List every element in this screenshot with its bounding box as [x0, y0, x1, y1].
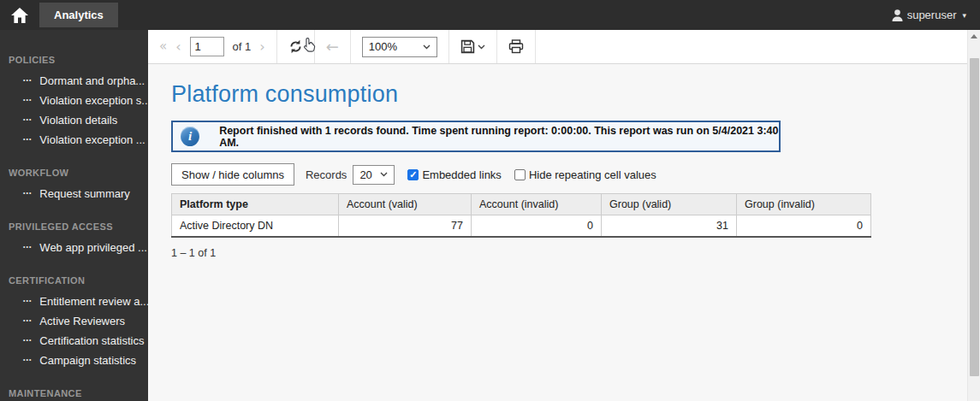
sidebar-item-label: Entitlement review a...: [39, 295, 148, 308]
sidebar-item-label: Web app privileged ...: [39, 241, 147, 254]
menu-dots-icon: •••: [23, 190, 32, 196]
chevron-down-icon: [380, 172, 388, 177]
next-page-button[interactable]: ›: [259, 40, 264, 54]
back-button[interactable]: ←: [326, 39, 339, 55]
chevron-down-icon: [478, 44, 485, 50]
save-button[interactable]: [460, 39, 485, 54]
menu-dots-icon: •••: [23, 97, 32, 103]
cell-group-valid: 31: [602, 215, 737, 238]
sidebar-item-web-app-privileged[interactable]: ••• Web app privileged ...: [0, 238, 148, 257]
cell-account-valid: 77: [339, 215, 472, 238]
user-icon: [892, 9, 903, 21]
sidebar-section-workflow: WORKFLOW ••• Request summary: [0, 162, 148, 203]
info-icon: i: [181, 127, 199, 146]
home-button[interactable]: [0, 0, 39, 30]
refresh-button[interactable]: [288, 39, 303, 54]
section-title-privileged-access: PRIVILEGED ACCESS: [0, 216, 148, 238]
sidebar-section-maintenance: MAINTENANCE ••• Platform consumpt...: [0, 383, 148, 401]
home-icon: [11, 8, 28, 23]
show-hide-columns-button[interactable]: Show / hide columns: [171, 163, 294, 186]
print-button[interactable]: [508, 39, 524, 54]
tab-analytics[interactable]: Analytics: [39, 3, 118, 27]
section-title-policies: POLICIES: [0, 50, 148, 71]
menu-dots-icon: •••: [23, 317, 32, 323]
sidebar-item-active-reviewers[interactable]: ••• Active Reviewers: [0, 311, 148, 331]
sidebar-item-entitlement-review[interactable]: ••• Entitlement review a...: [0, 292, 148, 311]
chevron-down-icon: ▾: [962, 11, 966, 20]
checkmark-icon: ✓: [409, 170, 417, 180]
hide-repeating-checkbox[interactable]: [514, 169, 526, 180]
tab-analytics-label: Analytics: [54, 9, 104, 21]
table-row: Active Directory DN 77 0 31 0: [172, 215, 871, 238]
sidebar-item-violation-exception[interactable]: ••• Violation exception ...: [0, 130, 148, 150]
column-header-group-invalid[interactable]: Group (invalid): [737, 194, 871, 215]
print-group: [497, 30, 536, 63]
column-header-platform-type[interactable]: Platform type: [172, 194, 339, 215]
scrollbar-thumb[interactable]: [970, 58, 979, 376]
back-group: ←: [315, 30, 351, 63]
chevron-down-icon: [423, 44, 431, 50]
prev-page-button[interactable]: ‹: [175, 40, 181, 54]
pagination-group: « ‹ of 1 ›: [148, 30, 277, 63]
menu-dots-icon: •••: [23, 298, 32, 304]
sidebar-section-privileged-access: PRIVILEGED ACCESS ••• Web app privileged…: [0, 216, 148, 257]
cell-platform-type: Active Directory DN: [172, 215, 339, 238]
embedded-links-checkbox[interactable]: ✓: [407, 169, 419, 180]
page-input[interactable]: [190, 37, 224, 56]
cell-group-invalid: 0: [737, 215, 871, 238]
info-banner: i Report finished with 1 records found. …: [171, 121, 781, 152]
vertical-scrollbar[interactable]: [967, 30, 980, 401]
sidebar-item-label: Request summary: [39, 187, 129, 200]
report-content: Platform consumption i Report finished w…: [148, 64, 980, 259]
sidebar-item-violation-exception-summary[interactable]: ••• Violation exception s...: [0, 91, 148, 110]
sidebar-item-label: Violation details: [39, 114, 117, 127]
print-icon: [508, 39, 524, 54]
sidebar: POLICIES ••• Dormant and orpha... ••• Vi…: [0, 30, 148, 401]
sidebar-item-certification-statistics[interactable]: ••• Certification statistics: [0, 331, 148, 351]
report-toolbar: « ‹ of 1 › ← 100%: [148, 30, 967, 64]
menu-dots-icon: •••: [23, 244, 32, 250]
column-header-account-valid[interactable]: Account (valid): [339, 194, 472, 215]
section-title-certification: CERTIFICATION: [0, 270, 148, 292]
embedded-links-label: Embedded links: [422, 168, 502, 181]
menu-dots-icon: •••: [23, 357, 32, 363]
top-bar: Analytics superuser ▾: [0, 0, 980, 30]
sidebar-item-label: Campaign statistics: [39, 354, 136, 367]
page-of-label: of 1: [233, 40, 252, 53]
records-select[interactable]: 20: [353, 165, 395, 185]
first-page-button[interactable]: «: [159, 40, 167, 53]
sidebar-item-label: Violation exception s...: [39, 94, 148, 107]
sidebar-section-policies: POLICIES ••• Dormant and orpha... ••• Vi…: [0, 50, 148, 150]
embedded-links-checkbox-wrap[interactable]: ✓ Embedded links: [407, 168, 502, 181]
column-header-account-invalid[interactable]: Account (invalid): [472, 194, 602, 215]
zoom-select[interactable]: 100%: [362, 37, 437, 57]
save-group: [449, 30, 497, 63]
scroll-up-arrow[interactable]: [971, 34, 977, 38]
info-message: Report finished with 1 records found. Ti…: [219, 125, 779, 149]
user-menu[interactable]: superuser ▾: [892, 9, 980, 21]
column-header-group-valid[interactable]: Group (valid): [602, 194, 737, 215]
records-select-value: 20: [359, 168, 371, 181]
hide-repeating-checkbox-wrap[interactable]: Hide repeating cell values: [514, 168, 656, 181]
sidebar-item-label: Violation exception ...: [39, 133, 145, 146]
sidebar-item-label: Active Reviewers: [39, 315, 125, 327]
hide-repeating-label: Hide repeating cell values: [529, 168, 656, 181]
cell-account-invalid: 0: [472, 215, 602, 238]
pagination-summary: 1 – 1 of 1: [171, 247, 980, 259]
user-name: superuser: [907, 9, 957, 21]
sidebar-item-violation-details[interactable]: ••• Violation details: [0, 110, 148, 130]
sidebar-item-label: Certification statistics: [39, 334, 144, 347]
refresh-icon: [288, 39, 303, 54]
sidebar-item-dormant-and-orphaned[interactable]: ••• Dormant and orpha...: [0, 71, 148, 91]
menu-dots-icon: •••: [23, 337, 32, 343]
section-title-workflow: WORKFLOW: [0, 162, 148, 184]
main-area: « ‹ of 1 › ← 100%: [148, 30, 980, 401]
sidebar-item-request-summary[interactable]: ••• Request summary: [0, 184, 148, 203]
section-title-maintenance: MAINTENANCE: [0, 383, 148, 401]
zoom-select-value: 100%: [369, 40, 397, 53]
zoom-group: 100%: [351, 30, 449, 63]
table-controls: Show / hide columns Records 20 ✓ Embedde…: [171, 163, 980, 186]
menu-dots-icon: •••: [23, 136, 32, 142]
sidebar-item-campaign-statistics[interactable]: ••• Campaign statistics: [0, 351, 148, 370]
menu-dots-icon: •••: [23, 77, 32, 83]
